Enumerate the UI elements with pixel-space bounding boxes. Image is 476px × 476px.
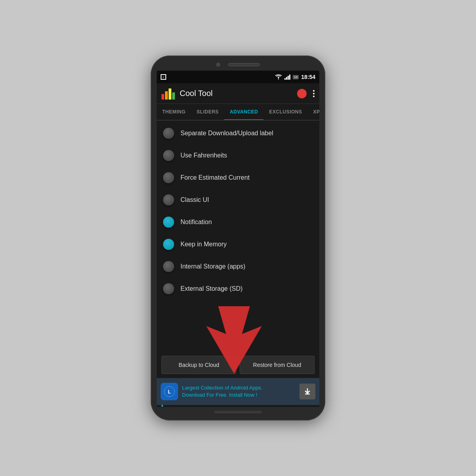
- ad-download-button[interactable]: [299, 384, 315, 399]
- svg-rect-7: [305, 393, 310, 395]
- content-area: Separate Download/Upload label Use Fahre…: [157, 121, 319, 407]
- ad-text-line2: Download For Free. Install Now !: [182, 392, 296, 399]
- setting-external-storage[interactable]: External Storage (SD): [157, 278, 319, 300]
- speaker: [228, 63, 260, 66]
- backup-cloud-label: Backup to Cloud: [178, 362, 219, 368]
- signal-bars: [284, 74, 290, 80]
- setting-force-estimated-label: Force Estimated Current: [180, 174, 250, 181]
- progress-area: [157, 405, 319, 407]
- tab-advanced[interactable]: ADVANCED: [224, 104, 263, 120]
- notification-count: 16: [293, 75, 299, 79]
- menu-dot-3: [313, 96, 315, 97]
- tab-theming[interactable]: THEMING: [157, 104, 191, 120]
- toggle-use-fahrenheits[interactable]: [163, 150, 174, 161]
- ad-text-block: Largest Collection of Android Apps. Down…: [182, 384, 296, 399]
- phone-screen-wrapper: ✓: [157, 71, 319, 407]
- toggle-external-storage[interactable]: [163, 283, 174, 294]
- camera: [216, 63, 220, 67]
- ad-icon: L: [161, 383, 178, 400]
- setting-classic-ui-label: Classic UI: [180, 196, 209, 203]
- setting-notification-label: Notification: [180, 219, 212, 226]
- download-icon: [303, 388, 311, 395]
- setting-use-fahrenheits[interactable]: Use Fahrenheits: [157, 144, 319, 167]
- settings-list: Separate Download/Upload label Use Fahre…: [157, 121, 319, 352]
- ad-banner[interactable]: L Largest Collection of Android Apps. Do…: [157, 378, 319, 405]
- backup-cloud-button[interactable]: Backup to Cloud: [161, 356, 236, 374]
- ad-logo-icon: L: [164, 386, 175, 397]
- status-right: 16 18:54: [275, 74, 315, 80]
- toggle-force-estimated[interactable]: [163, 172, 174, 183]
- restore-cloud-button[interactable]: Restore from Cloud: [240, 356, 315, 374]
- setting-keep-in-memory[interactable]: Keep in Memory: [157, 233, 319, 255]
- setting-force-estimated[interactable]: Force Estimated Current: [157, 167, 319, 189]
- status-bar: ✓: [157, 71, 319, 83]
- tab-xposed[interactable]: XPOSED: [308, 104, 320, 120]
- phone-top-hardware: [155, 63, 321, 67]
- setting-separate-download-label: Separate Download/Upload label: [180, 130, 273, 137]
- setting-use-fahrenheits-label: Use Fahrenheits: [180, 152, 227, 159]
- status-left: ✓: [161, 74, 166, 80]
- phone-screen: ✓: [157, 71, 319, 407]
- setting-notification[interactable]: Notification: [157, 211, 319, 233]
- toggle-keep-in-memory[interactable]: [163, 239, 174, 250]
- signal-bar-4: [289, 75, 290, 80]
- menu-button[interactable]: [313, 90, 315, 97]
- logo-chart: [161, 88, 176, 100]
- tabs-bar: THEMING SLIDERS ADVANCED EXCLUSIONS XPOS…: [157, 104, 319, 121]
- toggle-internal-storage[interactable]: [163, 261, 174, 272]
- app-header: Cool Tool: [157, 83, 319, 104]
- svg-rect-4: [172, 92, 175, 100]
- ad-text-line1: Largest Collection of Android Apps.: [182, 384, 296, 392]
- signal-bar-2: [286, 77, 287, 80]
- status-time: 18:54: [301, 74, 315, 80]
- svg-text:L: L: [168, 389, 171, 395]
- toggle-notification[interactable]: [163, 217, 174, 228]
- toggle-separate-download[interactable]: [163, 128, 174, 139]
- app-title: Cool Tool: [180, 89, 297, 98]
- phone-device: ✓: [151, 56, 325, 420]
- setting-internal-storage-label: Internal Storage (apps): [180, 263, 246, 270]
- menu-dot-1: [313, 90, 315, 92]
- signal-bar-1: [284, 78, 286, 80]
- svg-rect-2: [165, 91, 168, 100]
- phone-bottom-bar: [214, 411, 262, 413]
- svg-rect-1: [161, 94, 164, 100]
- setting-classic-ui[interactable]: Classic UI: [157, 189, 319, 211]
- svg-rect-3: [169, 88, 171, 100]
- tab-sliders[interactable]: SLIDERS: [191, 104, 225, 120]
- tab-exclusions[interactable]: EXCLUSIONS: [263, 104, 307, 120]
- setting-separate-download[interactable]: Separate Download/Upload label: [157, 122, 319, 144]
- signal-bar-3: [288, 76, 289, 80]
- record-button[interactable]: [297, 89, 307, 98]
- app-logo: [161, 88, 176, 100]
- menu-dot-2: [313, 93, 315, 94]
- setting-internal-storage[interactable]: Internal Storage (apps): [157, 255, 319, 278]
- toggle-classic-ui[interactable]: [163, 194, 174, 205]
- notification-icon: ✓: [161, 74, 166, 80]
- setting-external-storage-label: External Storage (SD): [180, 285, 243, 292]
- svg-point-0: [278, 79, 279, 79]
- cloud-buttons-row: Backup to Cloud Restore from Cloud: [157, 352, 319, 378]
- ad-progress-bar: [161, 405, 163, 407]
- restore-cloud-label: Restore from Cloud: [253, 362, 301, 368]
- setting-keep-in-memory-label: Keep in Memory: [180, 241, 227, 248]
- wifi-icon: [275, 74, 282, 80]
